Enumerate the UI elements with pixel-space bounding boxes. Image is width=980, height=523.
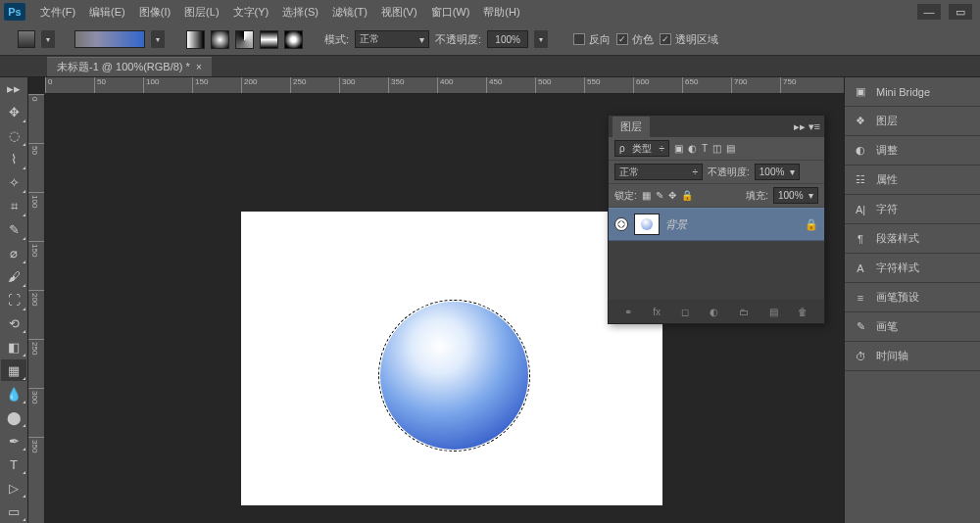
lasso-tool[interactable]: ⌇ — [1, 149, 26, 170]
panel-label: 画笔 — [876, 319, 898, 334]
filter-smart-icon[interactable]: ▤ — [726, 143, 735, 154]
brush-icon: ✎ — [853, 320, 868, 334]
filter-kind-dropdown[interactable]: ρ类型÷ — [614, 140, 669, 157]
opacity-dropdown[interactable]: ▾ — [534, 30, 548, 48]
panel-layers[interactable]: ❖图层 — [845, 107, 980, 136]
eraser-tool[interactable]: ◧ — [1, 336, 26, 357]
dodge-tool[interactable]: ⬤ — [1, 406, 26, 428]
ruler-vertical[interactable]: 0 50 100 150 200 250 300 350 — [28, 94, 45, 523]
layer-fx-icon[interactable]: fx — [653, 307, 661, 317]
ruler-mark: 250 — [290, 77, 339, 93]
properties-icon: ☷ — [853, 173, 868, 187]
panel-timeline[interactable]: ⏱时间轴 — [845, 342, 980, 371]
magic-wand-tool[interactable]: ✧ — [1, 172, 26, 194]
menu-image[interactable]: 图像(I) — [132, 2, 177, 23]
layer-row-background[interactable]: 背景 🔒 — [609, 208, 824, 241]
diamond-gradient-icon[interactable] — [284, 30, 303, 49]
layers-panel[interactable]: 图层 ▸▸ ▾≡ ρ类型÷ ▣ ◐ T ◫ ▤ 正常÷ 不透明度: 100%▾ … — [608, 115, 825, 324]
lock-image-icon[interactable]: ✎ — [656, 190, 663, 201]
panel-brush-presets[interactable]: ≡画笔预设 — [845, 283, 980, 312]
adjustment-layer-icon[interactable]: ◐ — [710, 307, 718, 317]
layer-fill-value: 100% — [778, 190, 804, 201]
linear-gradient-icon[interactable] — [186, 30, 205, 49]
filter-adjust-icon[interactable]: ◐ — [688, 143, 697, 154]
menu-view[interactable]: 视图(V) — [374, 2, 424, 23]
ruler-mark: 700 — [731, 77, 780, 93]
angle-gradient-icon[interactable] — [235, 30, 254, 49]
blur-tool[interactable]: 💧 — [1, 383, 26, 404]
menu-select[interactable]: 选择(S) — [275, 2, 325, 23]
brush-tool[interactable]: 🖌 — [1, 266, 26, 288]
panel-mini-bridge[interactable]: ▣Mini Bridge — [845, 77, 980, 107]
lock-all-icon[interactable]: 🔒 — [681, 190, 693, 201]
menu-help[interactable]: 帮助(H) — [476, 2, 526, 23]
close-tab-icon[interactable]: × — [196, 62, 202, 72]
layer-thumbnail[interactable] — [634, 214, 660, 235]
layer-group-icon[interactable]: 🗀 — [739, 307, 749, 317]
panel-label: 段落样式 — [876, 231, 919, 246]
visibility-eye-icon[interactable] — [614, 217, 628, 231]
filter-pixel-icon[interactable]: ▣ — [674, 143, 683, 154]
new-layer-icon[interactable]: ▤ — [769, 307, 778, 317]
healing-brush-tool[interactable]: ⌀ — [1, 243, 26, 264]
tool-preset-dropdown[interactable]: ▾ — [41, 30, 55, 48]
layers-tab[interactable]: 图层 — [612, 117, 650, 137]
expand-toolbox-icon[interactable]: ▸▸ — [1, 78, 26, 100]
panel-character[interactable]: A|字符 — [845, 195, 980, 224]
menu-filter[interactable]: 滤镜(T) — [325, 2, 374, 23]
opacity-input[interactable]: 100% — [487, 30, 528, 48]
panel-adjustments[interactable]: ◐调整 — [845, 136, 980, 166]
panel-brushes[interactable]: ✎画笔 — [845, 312, 980, 342]
menu-window[interactable]: 窗口(W) — [424, 2, 477, 23]
document-canvas[interactable] — [241, 212, 662, 505]
blend-mode-dropdown[interactable]: 正常▾ — [355, 30, 429, 48]
history-brush-tool[interactable]: ⟲ — [1, 313, 26, 335]
ruler-horizontal[interactable]: 0 50 100 150 200 250 300 350 400 450 500… — [45, 77, 844, 94]
pen-tool[interactable]: ✒ — [1, 430, 26, 452]
shape-tool[interactable]: ▭ — [1, 500, 26, 522]
filter-type-icon[interactable]: T — [702, 143, 708, 154]
eyedropper-tool[interactable]: ✎ — [1, 219, 26, 241]
transparency-checkbox[interactable]: ✓透明区域 — [660, 32, 718, 47]
clone-stamp-tool[interactable]: ⛶ — [1, 290, 26, 311]
gradient-preview[interactable] — [74, 30, 145, 48]
panel-properties[interactable]: ☷属性 — [845, 166, 980, 195]
reflected-gradient-icon[interactable] — [260, 30, 278, 49]
type-tool[interactable]: T — [1, 453, 26, 475]
lock-transparent-icon[interactable]: ▦ — [642, 190, 651, 201]
layer-opacity-input[interactable]: 100%▾ — [755, 164, 800, 180]
radial-gradient-icon[interactable] — [211, 30, 229, 49]
adjustments-icon: ◐ — [853, 144, 868, 158]
menu-edit[interactable]: 编辑(E) — [82, 2, 132, 23]
dither-checkbox[interactable]: ✓仿色 — [616, 32, 654, 47]
panel-label: 字符样式 — [876, 261, 919, 275]
layers-empty-area[interactable] — [609, 241, 824, 300]
menu-file[interactable]: 文件(F) — [33, 2, 82, 23]
reverse-checkbox[interactable]: 反向 — [573, 32, 611, 47]
lock-label: 锁定: — [614, 189, 637, 203]
tool-preset-icon[interactable] — [18, 30, 35, 48]
delete-layer-icon[interactable]: 🗑 — [798, 307, 808, 317]
window-maximize-button[interactable]: ▭ — [949, 4, 972, 20]
character-icon: A| — [853, 203, 868, 216]
panel-character-styles[interactable]: A字符样式 — [845, 254, 980, 283]
layer-mask-icon[interactable]: ◻ — [681, 307, 689, 317]
document-tab[interactable]: 未标题-1 @ 100%(RGB/8) * × — [47, 57, 212, 76]
gradient-tool[interactable]: ▦ — [1, 359, 26, 381]
panel-menu-icon[interactable]: ▸▸ ▾≡ — [794, 120, 820, 133]
link-layers-icon[interactable]: ⚭ — [624, 307, 632, 317]
opacity-label: 不透明度: — [435, 32, 481, 47]
filter-shape-icon[interactable]: ◫ — [712, 143, 721, 154]
move-tool[interactable]: ✥ — [1, 102, 26, 123]
path-selection-tool[interactable]: ▷ — [1, 477, 26, 499]
layer-blend-dropdown[interactable]: 正常÷ — [614, 164, 703, 180]
window-minimize-button[interactable]: — — [917, 4, 941, 20]
menu-type[interactable]: 文字(Y) — [226, 2, 276, 23]
gradient-picker-dropdown[interactable]: ▾ — [151, 30, 165, 48]
marquee-tool[interactable]: ◌ — [1, 125, 26, 147]
panel-paragraph-styles[interactable]: ¶段落样式 — [845, 224, 980, 254]
lock-position-icon[interactable]: ✥ — [668, 190, 676, 201]
crop-tool[interactable]: ⌗ — [1, 196, 26, 217]
layer-fill-input[interactable]: 100%▾ — [773, 187, 818, 204]
menu-layer[interactable]: 图层(L) — [177, 2, 225, 23]
